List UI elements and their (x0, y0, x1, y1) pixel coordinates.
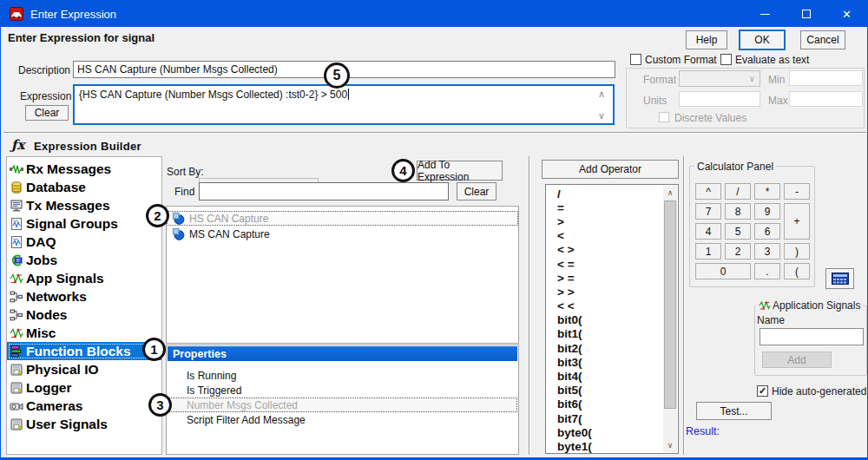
property-label: Script Filter Add Message (187, 414, 306, 426)
calculator-key[interactable]: 6 (754, 223, 780, 240)
property-row[interactable]: Is Triggered (168, 383, 517, 398)
category-icon (10, 235, 23, 249)
add-operator-button[interactable]: Add Operator (542, 160, 679, 179)
sidebar-item[interactable]: Logger (7, 378, 161, 397)
function-block-item[interactable]: HS CAN Capture (167, 211, 518, 226)
calculator-key[interactable]: 3 (754, 243, 780, 260)
sidebar-item[interactable]: Database (7, 178, 161, 196)
expression-scroll-down-icon[interactable]: ∨ (598, 111, 605, 121)
scrollbar-thumb[interactable] (664, 200, 676, 409)
max-input[interactable] (789, 91, 863, 107)
add-to-expression-button[interactable]: Add To Expression (417, 161, 503, 181)
ok-button[interactable]: OK (739, 30, 786, 50)
min-input[interactable] (789, 70, 863, 86)
expression-textarea[interactable]: {HS CAN Capture (Number Msgs Collected) … (73, 84, 615, 125)
operator-item[interactable]: bit3( (546, 355, 663, 369)
test-button[interactable]: Test... (696, 402, 772, 420)
calculator-key[interactable]: ) (784, 243, 810, 260)
minimize-button[interactable] (745, 1, 786, 27)
sidebar-item[interactable]: Rx Messages (7, 160, 161, 178)
name-input[interactable] (760, 328, 864, 345)
discrete-values-checkbox[interactable] (659, 112, 669, 122)
calculator-key[interactable]: 9 (754, 203, 780, 220)
expression-scroll-up-icon[interactable]: ∧ (598, 89, 605, 99)
property-row[interactable]: Script Filter Add Message (168, 412, 517, 427)
calculator-key[interactable]: 8 (725, 203, 751, 220)
evaluate-as-text-checkbox[interactable] (720, 54, 732, 65)
operator-item[interactable]: > > (546, 285, 663, 299)
scrollbar-up-button[interactable]: ∧ (663, 186, 677, 200)
calculator-key[interactable]: 1 (695, 243, 721, 260)
operator-item[interactable]: bit7( (546, 411, 663, 425)
find-clear-button[interactable]: Clear (457, 182, 496, 200)
operator-item[interactable]: bit0( (546, 313, 663, 327)
sidebar-item[interactable]: App Signals (7, 269, 161, 287)
calculator-key[interactable]: 4 (695, 223, 721, 240)
annotation-circle-3: 3 (148, 393, 172, 417)
hide-auto-generated-checkbox[interactable]: ✓ (757, 385, 768, 397)
add-signal-button[interactable]: Add (762, 352, 832, 368)
scrollbar-down-button[interactable]: ∨ (663, 438, 677, 452)
operator-item[interactable]: < = (546, 257, 663, 271)
category-label: Rx Messages (26, 161, 111, 177)
calculator-popup-button[interactable] (825, 268, 854, 289)
operator-item[interactable]: bit6( (546, 398, 663, 411)
calculator-key[interactable]: . (754, 263, 780, 279)
cancel-button[interactable]: Cancel (800, 30, 845, 49)
operator-item[interactable]: bit4( (546, 369, 663, 383)
sidebar-item[interactable]: Misc (7, 324, 161, 342)
calculator-key[interactable]: 2 (725, 243, 751, 260)
maximize-button[interactable] (786, 1, 826, 27)
operator-scrollbar[interactable]: ∧ ∨ (663, 186, 677, 452)
operator-item[interactable]: > = (546, 271, 663, 285)
calculator-key[interactable]: - (784, 183, 810, 200)
property-row[interactable]: Is Running (168, 368, 517, 383)
operator-item[interactable]: bit2( (546, 341, 663, 355)
property-label: Is Triggered (187, 384, 241, 397)
category-label: Nodes (26, 307, 67, 323)
operator-item[interactable]: < (546, 229, 663, 243)
format-select[interactable]: ∨ (679, 70, 760, 87)
sidebar-item[interactable]: Signal Groups (7, 214, 161, 233)
operator-item[interactable]: byte0( (546, 425, 663, 439)
calculator-key[interactable]: * (754, 183, 780, 200)
calculator-key[interactable]: ^ (695, 183, 721, 200)
custom-format-checkbox[interactable] (630, 54, 641, 65)
calculator-key[interactable]: 5 (725, 223, 751, 240)
calculator-key[interactable]: ( (784, 263, 810, 279)
clear-expression-button[interactable]: Clear (25, 105, 69, 121)
category-icon (10, 381, 23, 395)
category-label: Jobs (26, 253, 57, 268)
vehicle-spy-app-icon (10, 7, 23, 21)
capture-icon (172, 227, 185, 240)
operator-item[interactable]: > (546, 214, 663, 228)
sidebar-item[interactable]: Nodes (7, 306, 161, 324)
help-button[interactable]: Help (686, 30, 727, 49)
close-button[interactable]: ✕ (826, 1, 867, 27)
sidebar-item[interactable]: Networks (7, 287, 161, 306)
find-input[interactable] (199, 182, 449, 200)
function-block-item[interactable]: MS CAN Capture (167, 227, 518, 241)
operator-item[interactable]: = (546, 200, 663, 214)
sidebar-item[interactable]: Function Blocks (7, 342, 161, 360)
sidebar-item[interactable]: DAQ (7, 233, 161, 251)
operator-item[interactable]: / (546, 187, 663, 200)
property-row[interactable]: Number Msgs Collected (168, 398, 517, 412)
operator-item[interactable]: bit1( (546, 327, 663, 341)
sidebar-item[interactable]: User Signals (7, 415, 161, 433)
sidebar-item[interactable]: Physical IO (7, 360, 161, 378)
operator-item[interactable]: byte1( (546, 439, 663, 453)
calculator-key[interactable]: 7 (695, 203, 721, 220)
text-cursor (348, 89, 349, 100)
operator-item[interactable]: < < (546, 299, 663, 313)
sidebar-item[interactable]: Jobs (7, 251, 161, 269)
calculator-key[interactable]: / (725, 183, 751, 200)
sidebar-item[interactable]: Tx Messages (7, 196, 161, 214)
operator-item[interactable]: bit5( (546, 384, 663, 398)
max-label: Max (768, 95, 788, 107)
units-input[interactable] (679, 91, 760, 107)
calculator-key[interactable]: 0 (695, 263, 751, 279)
sidebar-item[interactable]: Cameras (7, 397, 161, 415)
calculator-key[interactable]: + (784, 203, 810, 240)
operator-item[interactable]: < > (546, 243, 663, 257)
